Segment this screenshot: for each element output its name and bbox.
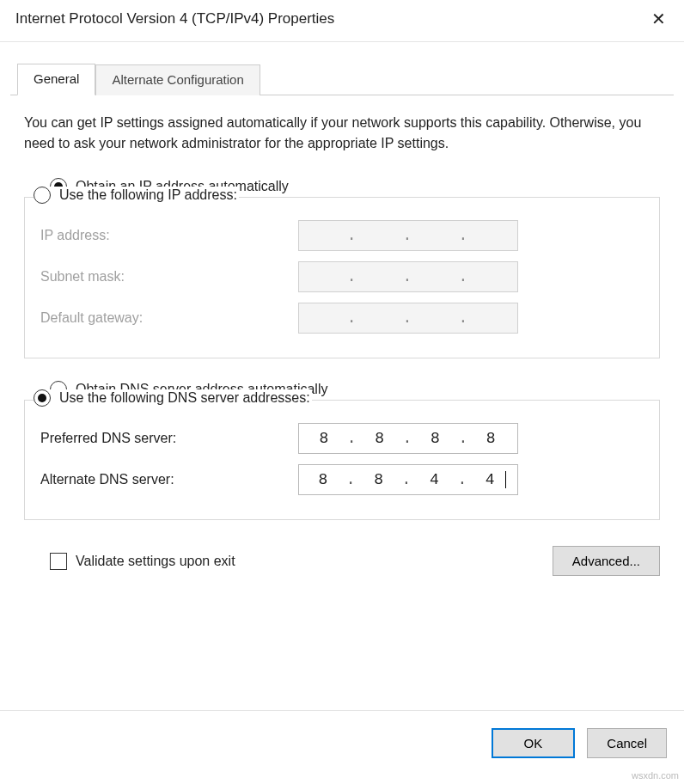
description-text: You can get IP settings assigned automat… <box>24 113 660 154</box>
row-subnet-mask: Subnet mask: . . . <box>40 261 644 292</box>
input-default-gateway: . . . <box>298 303 518 334</box>
window-title: Internet Protocol Version 4 (TCP/IPv4) P… <box>15 10 334 28</box>
cancel-button[interactable]: Cancel <box>587 728 667 758</box>
text-caret <box>505 471 506 488</box>
advanced-button[interactable]: Advanced... <box>553 546 660 576</box>
input-ip-address: . . . <box>298 220 518 251</box>
radio-ip-manual[interactable]: Use the following IP address: <box>34 187 239 204</box>
radio-icon <box>34 389 51 407</box>
watermark: wsxdn.com <box>632 770 679 781</box>
input-subnet-mask: . . . <box>298 261 518 292</box>
tab-general[interactable]: General <box>17 64 95 95</box>
group-dns-manual: Use the following DNS server addresses: … <box>24 400 660 520</box>
tab-content: You can get IP settings assigned automat… <box>0 95 684 585</box>
checkbox-validate-label: Validate settings upon exit <box>76 554 235 569</box>
titlebar: Internet Protocol Version 4 (TCP/IPv4) P… <box>0 0 684 42</box>
row-ip-address: IP address: . . . <box>40 220 644 251</box>
input-preferred-dns[interactable]: 8. 8. 8. 8 <box>298 423 518 454</box>
label-subnet-mask: Subnet mask: <box>40 269 298 285</box>
label-ip-address: IP address: <box>40 228 298 243</box>
row-preferred-dns: Preferred DNS server: 8. 8. 8. 8 <box>40 423 644 454</box>
ok-button[interactable]: OK <box>492 728 576 758</box>
row-alternate-dns: Alternate DNS server: 8. 8. 4. 4 <box>40 464 644 495</box>
radio-dns-manual[interactable]: Use the following DNS server addresses: <box>34 389 312 407</box>
label-default-gateway: Default gateway: <box>40 310 298 326</box>
radio-ip-manual-label: Use the following IP address: <box>59 187 237 203</box>
dialog-footer: OK Cancel <box>0 710 684 758</box>
close-icon[interactable]: ✕ <box>648 9 669 29</box>
row-default-gateway: Default gateway: . . . <box>40 303 644 334</box>
radio-icon <box>34 187 51 204</box>
label-alternate-dns: Alternate DNS server: <box>40 472 298 487</box>
checkbox-icon <box>50 553 67 570</box>
checkbox-validate[interactable]: Validate settings upon exit <box>50 553 235 570</box>
bottom-row: Validate settings upon exit Advanced... <box>24 542 660 576</box>
group-ip-manual: Use the following IP address: IP address… <box>24 197 660 358</box>
input-alternate-dns[interactable]: 8. 8. 4. 4 <box>298 464 518 495</box>
tab-alternate[interactable]: Alternate Configuration <box>95 64 260 95</box>
label-preferred-dns: Preferred DNS server: <box>40 431 298 446</box>
radio-dns-manual-label: Use the following DNS server addresses: <box>59 390 310 406</box>
tab-strip: General Alternate Configuration <box>10 63 674 95</box>
